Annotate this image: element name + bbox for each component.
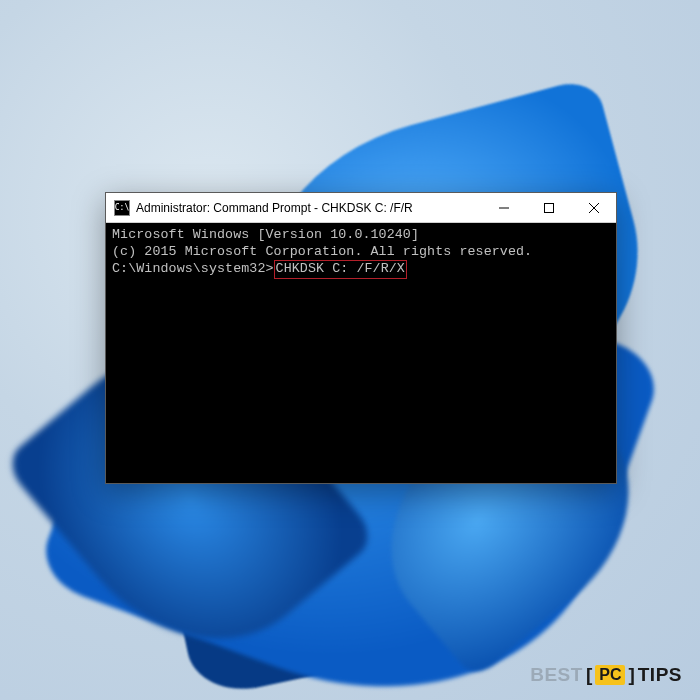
watermark-text-faded: BEST [530, 664, 583, 686]
watermark-bracket-close: ] [628, 664, 634, 686]
watermark-pc-box: PC [595, 665, 625, 685]
site-watermark: BEST [ PC ] TIPS [530, 664, 682, 686]
terminal-output-line: Microsoft Windows [Version 10.0.10240] [112, 227, 610, 244]
watermark-text-tail: TIPS [638, 664, 682, 686]
minimize-button[interactable] [481, 193, 526, 222]
window-title: Administrator: Command Prompt - CHKDSK C… [136, 201, 413, 215]
maximize-button[interactable] [526, 193, 571, 222]
minimize-icon [499, 203, 509, 213]
terminal-body[interactable]: Microsoft Windows [Version 10.0.10240] (… [106, 223, 616, 483]
window-controls [481, 193, 616, 222]
terminal-command-highlight: CHKDSK C: /F/R/X [274, 260, 407, 279]
close-button[interactable] [571, 193, 616, 222]
command-prompt-window: C:\ Administrator: Command Prompt - CHKD… [105, 192, 617, 484]
svg-rect-1 [544, 203, 553, 212]
terminal-output-line: (c) 2015 Microsoft Corporation. All righ… [112, 244, 610, 261]
window-titlebar[interactable]: C:\ Administrator: Command Prompt - CHKD… [106, 193, 616, 223]
watermark-bracket-open: [ [586, 664, 592, 686]
maximize-icon [544, 203, 554, 213]
terminal-prompt-line: C:\Windows\system32>CHKDSK C: /F/R/X [112, 260, 610, 279]
cmd-app-icon: C:\ [114, 200, 130, 216]
terminal-prompt: C:\Windows\system32> [112, 261, 274, 276]
close-icon [589, 203, 599, 213]
